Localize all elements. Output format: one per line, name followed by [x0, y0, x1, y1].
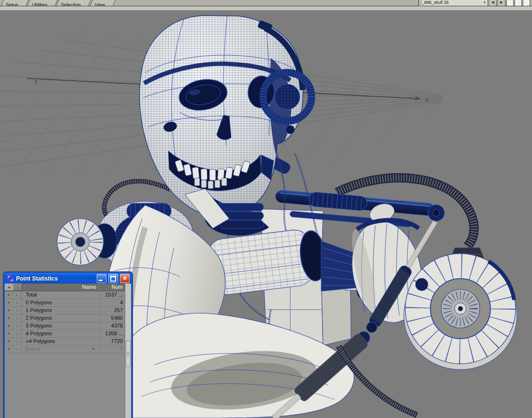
- row-value: 7720: [99, 338, 125, 345]
- table-row: + - 0 Polygons 4: [5, 299, 125, 307]
- table-row: + - Total 1537 ...: [5, 291, 125, 299]
- axis-label-z: z: [35, 78, 38, 85]
- column-header-name: Name: [22, 284, 99, 291]
- select-plus-button[interactable]: +: [5, 307, 13, 314]
- close-button[interactable]: ✕: [120, 274, 130, 283]
- row-label: [none]: [26, 345, 41, 353]
- table-row: + - 3 Polygons 4378: [5, 322, 125, 330]
- chevron-down-icon[interactable]: ▼: [91, 345, 95, 353]
- point-statistics-icon: [7, 275, 14, 282]
- table-row: + - >4 Polygons 7720: [5, 338, 125, 345]
- layer-button-2[interactable]: [515, 0, 522, 6]
- arrow-right-icon: ▶: [500, 0, 502, 4]
- table-row-none: + - [none] ▼ 0: [5, 345, 125, 353]
- expand-all-button[interactable]: +: [5, 284, 14, 291]
- row-label: >4 Polygons: [21, 338, 99, 345]
- select-plus-button[interactable]: +: [5, 345, 13, 353]
- select-plus-button[interactable]: +: [5, 291, 13, 299]
- prev-object-button[interactable]: ◀: [489, 0, 497, 6]
- row-value: 1537 ...: [99, 291, 125, 299]
- select-minus-button[interactable]: -: [13, 314, 21, 322]
- select-minus-button[interactable]: -: [13, 338, 21, 345]
- row-label: Total: [21, 291, 99, 299]
- select-minus-button[interactable]: -: [13, 291, 21, 299]
- select-plus-button[interactable]: +: [5, 330, 13, 337]
- next-object-button[interactable]: ▶: [498, 0, 505, 6]
- layer-button-1[interactable]: [506, 0, 514, 6]
- panel-empty-area: [5, 353, 125, 418]
- select-plus-button[interactable]: +: [5, 322, 13, 329]
- toolbar-strip: [0, 6, 532, 11]
- maximize-button[interactable]: [108, 274, 118, 283]
- layer-button-3[interactable]: [523, 0, 530, 6]
- table-row: + - 4 Polygons 1358 ...: [5, 330, 125, 338]
- menu-tab-bar: Setup Utilities Selection View (_886_sku…: [0, 0, 532, 6]
- row-label: 0 Polygons: [21, 299, 99, 306]
- shoulder-disc: [404, 254, 517, 370]
- statistics-table: + - Name Num + - Total 1537 ... + - 0 Po…: [5, 284, 125, 418]
- tab-view[interactable]: View: [89, 0, 116, 6]
- row-label: 4 Polygons: [21, 330, 99, 337]
- arrow-left-icon: ◀: [491, 0, 494, 4]
- select-plus-button[interactable]: +: [5, 338, 13, 345]
- table-row: + - 1 Polygons 257: [5, 307, 125, 314]
- row-value: 4: [99, 299, 125, 306]
- select-minus-button[interactable]: -: [13, 299, 21, 306]
- axis-label-x: x: [426, 96, 429, 103]
- tab-utilities[interactable]: Utilities: [27, 0, 58, 6]
- row-label: 2 Polygons: [21, 314, 99, 322]
- column-header-num: Num: [99, 284, 125, 291]
- table-header: + - Name Num: [5, 284, 125, 291]
- window-scrollbar[interactable]: [125, 284, 131, 418]
- tab-setup[interactable]: Setup: [0, 0, 29, 6]
- row-label: 1 Polygons: [21, 307, 99, 314]
- row-value: 257: [99, 307, 125, 314]
- scrollbar-thumb[interactable]: [126, 341, 131, 367]
- tab-selection[interactable]: Selection: [56, 0, 91, 6]
- select-minus-button[interactable]: -: [13, 322, 21, 329]
- select-plus-button[interactable]: +: [5, 299, 13, 306]
- minimize-button[interactable]: [97, 274, 106, 283]
- select-plus-button[interactable]: +: [5, 314, 13, 322]
- window-titlebar[interactable]: Point Statistics ✕: [5, 273, 131, 284]
- row-value: 4378: [99, 322, 125, 329]
- select-minus-button[interactable]: -: [13, 307, 21, 314]
- chevron-down-icon: ▼: [483, 1, 486, 4]
- point-statistics-window: Point Statistics ✕ + - Name Num + - Tota…: [3, 272, 133, 418]
- table-row: + - 2 Polygons 5480: [5, 314, 125, 322]
- row-value: 0: [99, 345, 125, 353]
- collapse-all-button[interactable]: -: [14, 284, 22, 291]
- select-minus-button[interactable]: -: [13, 330, 21, 337]
- current-object-name: (_886_skull 25: [420, 0, 483, 5]
- row-label: 3 Polygons: [21, 322, 99, 329]
- select-minus-button[interactable]: -: [13, 345, 21, 353]
- row-value: 5480: [99, 314, 125, 322]
- current-object-dropdown[interactable]: (_886_skull 25 ▼: [418, 0, 488, 6]
- row-value: 1358 ...: [99, 330, 125, 337]
- window-title: Point Statistics: [16, 275, 95, 282]
- modeler-app-window: z x: [0, 0, 532, 418]
- close-icon: ✕: [122, 275, 127, 282]
